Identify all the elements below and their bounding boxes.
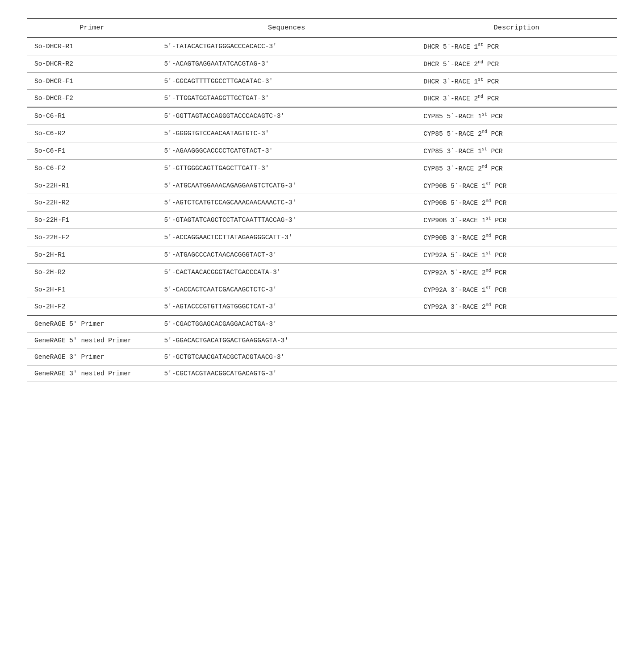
- table-row: GeneRAGE 3' nested Primer5'-CGCTACGTAACG…: [27, 366, 617, 382]
- table-row: So-2H-F25'-AGTACCCGTGTTAGTGGGCTCAT-3'CYP…: [27, 298, 617, 316]
- cell-description: CYP85 3`-RACE 1st PCR: [416, 142, 617, 159]
- cell-sequence: 5'-GGGGTGTCCAACAATAGTGTC-3': [157, 125, 416, 142]
- cell-description: [416, 332, 617, 349]
- cell-description: DHCR 3`-RACE 1st PCR: [416, 72, 617, 90]
- cell-sequence: 5'-GCTGTCAACGATACGCTACGTAACG-3': [157, 349, 416, 366]
- cell-description: CYP92A 5`-RACE 2nd PCR: [416, 263, 617, 281]
- cell-sequence: 5'-CGCTACGTAACGGCATGACAGTG-3': [157, 366, 416, 382]
- cell-sequence: 5'-GGTTAGTACCAGGGTACCCACAGTC-3': [157, 107, 416, 125]
- cell-sequence: 5'-CGACTGGAGCACGAGGACACTGA-3': [157, 316, 416, 332]
- table-row: So-C6-R15'-GGTTAGTACCAGGGTACCCACAGTC-3'C…: [27, 107, 617, 125]
- primer-table: Primer Sequences Description So-DHCR-R15…: [27, 18, 617, 382]
- table-row: So-22H-F25'-ACCAGGAACTCCTTATAGAAGGGCATT-…: [27, 229, 617, 246]
- table-row: So-DHCR-F25'-TTGGATGGTAAGGTTGCTGAT-3'DHC…: [27, 90, 617, 107]
- cell-sequence: 5'-TATACACTGATGGGACCCACACC-3': [157, 37, 416, 55]
- cell-description: CYP90B 3`-RACE 1st PCR: [416, 212, 617, 229]
- cell-primer: GeneRAGE 3' nested Primer: [27, 366, 157, 382]
- cell-sequence: 5'-GGCAGTTTTGGCCTTGACATAC-3': [157, 72, 416, 90]
- cell-description: CYP85 3`-RACE 2nd PCR: [416, 159, 617, 177]
- cell-description: [416, 316, 617, 332]
- cell-primer: So-C6-R1: [27, 107, 157, 125]
- table-row: So-C6-F25'-GTTGGGCAGTTGAGCTTGATT-3'CYP85…: [27, 159, 617, 177]
- cell-primer: So-DHCR-R1: [27, 37, 157, 55]
- table-wrapper: Primer Sequences Description So-DHCR-R15…: [27, 18, 617, 382]
- table-row: So-DHCR-R15'-TATACACTGATGGGACCCACACC-3'D…: [27, 37, 617, 55]
- cell-primer: So-2H-F1: [27, 281, 157, 298]
- cell-description: CYP90B 5`-RACE 2nd PCR: [416, 194, 617, 212]
- cell-description: DHCR 5`-RACE 2nd PCR: [416, 55, 617, 72]
- header-sequences: Sequences: [157, 18, 416, 37]
- table-header-row: Primer Sequences Description: [27, 18, 617, 37]
- cell-description: DHCR 3`-RACE 2nd PCR: [416, 90, 617, 107]
- cell-primer: So-C6-F1: [27, 142, 157, 159]
- header-description: Description: [416, 18, 617, 37]
- cell-primer: So-22H-R2: [27, 194, 157, 212]
- cell-primer: So-22H-F1: [27, 212, 157, 229]
- table-row: So-2H-R15'-ATGAGCCCACTAACACGGGTACT-3'CYP…: [27, 246, 617, 263]
- table-row: So-22H-F15'-GTAGTATCAGCTCCTATCAATTTACCAG…: [27, 212, 617, 229]
- header-primer: Primer: [27, 18, 157, 37]
- table-row: So-2H-R25'-CACTAACACGGGTACTGACCCATA-3'CY…: [27, 263, 617, 281]
- cell-sequence: 5'-ACAGTGAGGAATATCACGTAG-3': [157, 55, 416, 72]
- cell-description: CYP85 5`-RACE 2nd PCR: [416, 125, 617, 142]
- table-row: So-C6-R25'-GGGGTGTCCAACAATAGTGTC-3'CYP85…: [27, 125, 617, 142]
- cell-primer: So-DHCR-F1: [27, 72, 157, 90]
- cell-sequence: 5'-AGTCTCATGTCCAGCAAACAACAAACTC-3': [157, 194, 416, 212]
- cell-primer: GeneRAGE 5' nested Primer: [27, 332, 157, 349]
- cell-primer: So-2H-F2: [27, 298, 157, 316]
- cell-sequence: 5'-GTTGGGCAGTTGAGCTTGATT-3': [157, 159, 416, 177]
- cell-description: CYP92A 3`-RACE 2nd PCR: [416, 298, 617, 316]
- cell-primer: So-C6-F2: [27, 159, 157, 177]
- cell-sequence: 5'-AGTACCCGTGTTAGTGGGCTCAT-3': [157, 298, 416, 316]
- cell-sequence: 5'-GGACACTGACATGGACTGAAGGAGTA-3': [157, 332, 416, 349]
- cell-primer: So-22H-F2: [27, 229, 157, 246]
- cell-sequence: 5'-CACTAACACGGGTACTGACCCATA-3': [157, 263, 416, 281]
- cell-primer: So-DHCR-F2: [27, 90, 157, 107]
- cell-primer: GeneRAGE 5' Primer: [27, 316, 157, 332]
- cell-description: [416, 349, 617, 366]
- table-row: So-22H-R15'-ATGCAATGGAAACAGAGGAAGTCTCATG…: [27, 177, 617, 194]
- cell-sequence: 5'-GTAGTATCAGCTCCTATCAATTTACCAG-3': [157, 212, 416, 229]
- table-row: So-22H-R25'-AGTCTCATGTCCAGCAAACAACAAACTC…: [27, 194, 617, 212]
- cell-sequence: 5'-ATGCAATGGAAACAGAGGAAGTCTCATG-3': [157, 177, 416, 194]
- table-row: So-2H-F15'-CACCACTCAATCGACAAGCTCTC-3'CYP…: [27, 281, 617, 298]
- cell-sequence: 5'-AGAAGGGCACCCCTCATGTACT-3': [157, 142, 416, 159]
- cell-primer: GeneRAGE 3' Primer: [27, 349, 157, 366]
- cell-primer: So-DHCR-R2: [27, 55, 157, 72]
- cell-primer: So-22H-R1: [27, 177, 157, 194]
- cell-primer: So-2H-R2: [27, 263, 157, 281]
- cell-description: DHCR 5`-RACE 1st PCR: [416, 37, 617, 55]
- cell-description: CYP92A 5`-RACE 1st PCR: [416, 246, 617, 263]
- table-row: So-DHCR-R25'-ACAGTGAGGAATATCACGTAG-3'DHC…: [27, 55, 617, 72]
- cell-sequence: 5'-ACCAGGAACTCCTTATAGAAGGGCATT-3': [157, 229, 416, 246]
- cell-description: CYP92A 3`-RACE 1st PCR: [416, 281, 617, 298]
- table-row: So-C6-F15'-AGAAGGGCACCCCTCATGTACT-3'CYP8…: [27, 142, 617, 159]
- table-row: GeneRAGE 5' nested Primer5'-GGACACTGACAT…: [27, 332, 617, 349]
- table-row: So-DHCR-F15'-GGCAGTTTTGGCCTTGACATAC-3'DH…: [27, 72, 617, 90]
- table-row: GeneRAGE 3' Primer5'-GCTGTCAACGATACGCTAC…: [27, 349, 617, 366]
- cell-sequence: 5'-ATGAGCCCACTAACACGGGTACT-3': [157, 246, 416, 263]
- cell-primer: So-C6-R2: [27, 125, 157, 142]
- cell-description: [416, 366, 617, 382]
- cell-description: CYP85 5`-RACE 1st PCR: [416, 107, 617, 125]
- cell-description: CYP90B 3`-RACE 2nd PCR: [416, 229, 617, 246]
- cell-primer: So-2H-R1: [27, 246, 157, 263]
- cell-sequence: 5'-TTGGATGGTAAGGTTGCTGAT-3': [157, 90, 416, 107]
- cell-sequence: 5'-CACCACTCAATCGACAAGCTCTC-3': [157, 281, 416, 298]
- cell-description: CYP90B 5`-RACE 1st PCR: [416, 177, 617, 194]
- table-row: GeneRAGE 5' Primer5'-CGACTGGAGCACGAGGACA…: [27, 316, 617, 332]
